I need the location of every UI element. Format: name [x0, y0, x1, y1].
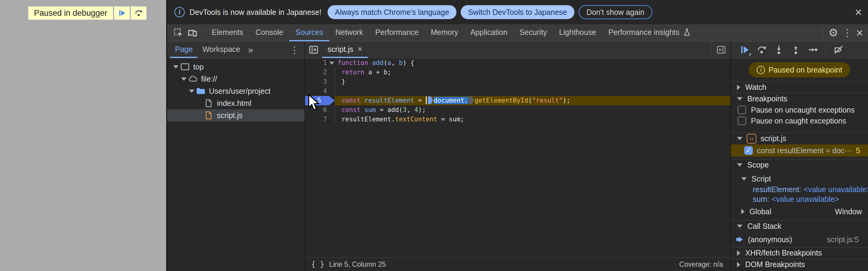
device-toolbar-button[interactable] [185, 24, 199, 41]
step-button[interactable] [806, 43, 820, 56]
editor-tab-close-icon[interactable]: × [358, 44, 363, 54]
collapse-arrow-icon [737, 163, 742, 167]
tab-console[interactable]: Console [249, 24, 289, 41]
deactivate-breakpoints-button[interactable] [831, 43, 846, 56]
fold-gutter [327, 105, 335, 115]
pause-caught-checkbox[interactable] [738, 117, 746, 125]
debugger-sidebar: i Paused on breakpoint Watch Breakpoints… [731, 41, 868, 271]
code-token [361, 97, 365, 104]
tree-item-index-html[interactable]: index.html [167, 97, 305, 109]
breakpoint-item[interactable]: ✓ const resultElement = doc⋯ 5 [731, 145, 868, 157]
inline-breakpoint-marker[interactable] [428, 96, 433, 104]
code-token: getElementById [475, 97, 528, 104]
section-scope[interactable]: Scope [731, 159, 868, 171]
navigator-tab-page[interactable]: Page [170, 41, 197, 58]
fold-arrow-icon[interactable] [329, 62, 334, 65]
section-watch[interactable]: Watch [731, 81, 868, 93]
code-line: 1function add(a, b) { [305, 58, 730, 68]
paused-on-breakpoint-label: Paused on breakpoint [769, 65, 842, 74]
tree-item-file-protocol[interactable]: file:// [167, 73, 305, 85]
tab-performance-insights[interactable]: Performance insights [602, 24, 697, 41]
pause-caught-exceptions-row[interactable]: Pause on caught exceptions [731, 115, 868, 126]
tab-application[interactable]: Application [464, 24, 514, 41]
resume-button[interactable] [738, 43, 752, 56]
scope-global-value: Window [835, 207, 862, 216]
breakpoint-checkbox[interactable]: ✓ [744, 146, 753, 155]
expand-arrow-icon[interactable] [188, 90, 196, 93]
tab-lighthouse[interactable]: Lighthouse [553, 24, 602, 41]
resume-script-button[interactable] [114, 6, 130, 20]
hide-navigator-button[interactable] [305, 41, 322, 58]
step-icon [808, 44, 818, 55]
match-chrome-language-button[interactable]: Always match Chrome's language [328, 5, 457, 19]
expand-arrow-icon[interactable] [172, 65, 180, 68]
section-dom-breakpoints[interactable]: DOM Breakpoints [731, 259, 868, 270]
code-editor[interactable]: 1function add(a, b) {2 return a + b;3 }4… [305, 58, 730, 257]
tab-elements[interactable]: Elements [206, 24, 249, 41]
tree-item-project-folder[interactable]: Users/user/project [167, 85, 305, 97]
step-into-button[interactable] [772, 43, 786, 56]
collapse-arrow-icon [737, 85, 740, 90]
js-file-icon [204, 111, 214, 120]
step-over-button[interactable] [131, 6, 147, 20]
switch-devtools-japanese-button[interactable]: Switch DevTools to Japanese [461, 5, 575, 19]
call-stack-frame[interactable]: (anonymous) script.js:5 [731, 234, 868, 245]
notification-close-icon[interactable]: × [855, 6, 862, 18]
scope-variable[interactable]: sum: <value unavailable> [731, 194, 868, 204]
step-over-button[interactable] [754, 43, 769, 56]
tree-item-script-js[interactable]: script.js [167, 109, 305, 121]
scope-script-group[interactable]: Script [731, 173, 868, 184]
tab-memory[interactable]: Memory [425, 24, 464, 41]
pause-uncaught-exceptions-row[interactable]: Pause on uncaught exceptions [731, 104, 868, 115]
tree-item-label: top [193, 62, 204, 71]
section-xhr-breakpoints[interactable]: XHR/fetch Breakpoints [731, 247, 868, 259]
breakpoint-file-group[interactable]: ‹› script.js [731, 132, 868, 145]
step-over-icon [757, 44, 767, 55]
step-over-icon [134, 9, 143, 17]
code-token [338, 68, 341, 76]
tab-network[interactable]: Network [329, 24, 369, 41]
settings-gear-icon[interactable]: ⚙ [827, 24, 840, 41]
line-number[interactable]: 1 [305, 58, 327, 68]
scope-variable[interactable]: resultElement: <value unavailable> [731, 184, 868, 194]
tree-item-top[interactable]: top [167, 61, 305, 73]
section-breakpoints[interactable]: Breakpoints [731, 93, 868, 104]
code-token: = sum; [437, 116, 464, 123]
code-token: document. [434, 97, 468, 104]
devtools-close-icon[interactable]: × [854, 27, 868, 39]
line-number[interactable]: 2 [305, 68, 327, 77]
inline-breakpoint-marker[interactable] [469, 96, 474, 104]
line-number[interactable]: 3 [305, 77, 327, 87]
call-stack-label: Call Stack [747, 222, 781, 231]
pause-uncaught-label: Pause on uncaught exceptions [751, 106, 855, 114]
dont-show-again-button[interactable]: Don't show again [579, 5, 652, 19]
code-line: 5 const resultElement = document.getElem… [305, 96, 730, 105]
tabbar-separator-right [823, 28, 824, 38]
navigator-tab-workspace[interactable]: Workspace [197, 41, 245, 58]
step-out-button[interactable] [788, 43, 803, 56]
info-icon: i [757, 66, 765, 74]
editor-tab-script-js[interactable]: script.js × [322, 41, 368, 58]
tab-sources[interactable]: Sources [289, 24, 329, 41]
expand-arrow-icon[interactable] [180, 78, 188, 81]
inspect-element-button[interactable] [172, 24, 185, 41]
editor-tab-label: script.js [328, 45, 353, 54]
navigator-kebab-icon[interactable]: ⋮ [284, 41, 305, 58]
scope-global-label: Global [749, 207, 771, 216]
code-token: ); [418, 106, 426, 114]
scope-script-label: Script [751, 175, 771, 183]
more-options-kebab-icon[interactable]: ⋮ [840, 24, 854, 41]
folder-icon [196, 87, 206, 96]
pretty-print-icon[interactable]: { } [311, 260, 324, 269]
scope-global-group[interactable]: Global Window [731, 206, 868, 217]
pause-uncaught-checkbox[interactable] [738, 106, 746, 114]
code-token: ); [563, 97, 570, 104]
more-tabs-chevron-icon[interactable]: » [245, 41, 256, 58]
line-number[interactable]: 7 [305, 115, 327, 124]
code-token: textContent [395, 116, 437, 123]
variable-value: <value unavailable> [772, 195, 839, 204]
show-debugger-sidebar-button[interactable] [712, 41, 730, 58]
section-call-stack[interactable]: Call Stack [731, 220, 868, 232]
tab-performance[interactable]: Performance [369, 24, 425, 41]
tab-security[interactable]: Security [514, 24, 553, 41]
